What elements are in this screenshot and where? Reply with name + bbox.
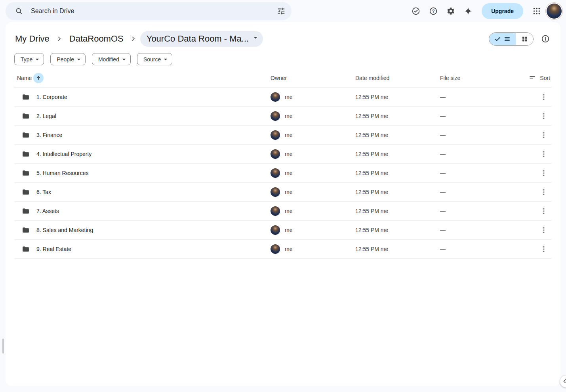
- file-name: 8. Sales and Marketing: [36, 227, 93, 233]
- offline-status-icon[interactable]: [408, 3, 424, 19]
- info-icon[interactable]: [537, 31, 553, 47]
- column-header-name[interactable]: Name: [17, 73, 271, 83]
- column-header-owner[interactable]: Owner: [271, 75, 355, 81]
- file-row[interactable]: 3. Finance me 12:55 PM me —: [14, 126, 552, 145]
- file-name-cell: 3. Finance: [22, 131, 271, 139]
- sort-label: Sort: [540, 75, 550, 81]
- filter-chip-type[interactable]: Type: [14, 53, 44, 65]
- owner-avatar: [271, 168, 280, 178]
- folder-icon: [22, 245, 30, 253]
- file-size: —: [440, 151, 536, 157]
- row-menu-icon[interactable]: [537, 129, 550, 141]
- filter-chip-modified[interactable]: Modified: [92, 53, 131, 65]
- dropdown-caret-icon: [75, 55, 83, 63]
- dropdown-caret-icon: [120, 55, 128, 63]
- list-header: Name Owner Date modified File size Sort: [14, 69, 552, 88]
- owner-cell: me: [271, 130, 355, 140]
- owner-cell: me: [271, 225, 355, 235]
- file-size: —: [440, 113, 536, 119]
- topbar: ? Upgrade: [0, 0, 566, 22]
- search-icon[interactable]: [11, 3, 27, 19]
- chevron-right-icon: [130, 35, 137, 42]
- account-avatar[interactable]: [546, 3, 562, 19]
- owner-avatar: [271, 130, 280, 140]
- file-size: —: [440, 246, 536, 252]
- date-modified: 12:55 PM me: [355, 246, 440, 252]
- scrollbar-thumb[interactable]: [2, 339, 4, 354]
- sort-menu-button[interactable]: Sort: [526, 74, 552, 82]
- row-menu-icon[interactable]: [537, 110, 550, 122]
- file-row[interactable]: 7. Assets me 12:55 PM me —: [14, 202, 552, 221]
- date-modified: 12:55 PM me: [355, 113, 440, 119]
- file-row[interactable]: 4. Intellectual Property me 12:55 PM me …: [14, 145, 552, 164]
- chevron-right-icon: [56, 35, 63, 42]
- file-name: 7. Assets: [36, 208, 59, 214]
- help-icon[interactable]: ?: [425, 3, 441, 19]
- date-modified: 12:55 PM me: [355, 94, 440, 100]
- filter-chip-label: People: [57, 56, 74, 63]
- folder-icon: [22, 226, 30, 234]
- row-menu-icon[interactable]: [537, 91, 550, 103]
- filter-chip-source[interactable]: Source: [137, 53, 172, 65]
- date-modified: 12:55 PM me: [355, 227, 440, 233]
- search-input[interactable]: [30, 7, 270, 15]
- file-row[interactable]: 5. Human Resources me 12:55 PM me —: [14, 164, 552, 183]
- owner-name: me: [285, 151, 292, 157]
- row-menu-icon[interactable]: [537, 205, 550, 217]
- name-header-label: Name: [17, 75, 32, 81]
- owner-cell: me: [271, 206, 355, 216]
- dropdown-caret-icon: [162, 55, 170, 63]
- filter-chip-label: Type: [21, 56, 32, 63]
- svg-text:?: ?: [432, 9, 435, 13]
- owner-cell: me: [271, 187, 355, 197]
- file-size: —: [440, 94, 536, 100]
- file-name-cell: 6. Tax: [22, 188, 271, 196]
- topbar-actions: ? Upgrade: [408, 3, 562, 19]
- upgrade-button[interactable]: Upgrade: [482, 3, 523, 19]
- dropdown-caret-icon: [251, 33, 260, 44]
- list-view-toggle[interactable]: [489, 33, 516, 45]
- file-name-cell: 9. Real Estate: [22, 245, 271, 253]
- gemini-sparkle-icon[interactable]: [460, 3, 476, 19]
- grid-view-toggle[interactable]: [516, 33, 533, 45]
- side-panel-expand-button[interactable]: [560, 375, 566, 388]
- view-toggle: [489, 32, 534, 46]
- file-row[interactable]: 9. Real Estate me 12:55 PM me —: [14, 240, 552, 259]
- file-row[interactable]: 6. Tax me 12:55 PM me —: [14, 183, 552, 202]
- owner-cell: me: [271, 92, 355, 102]
- apps-grid-icon[interactable]: [529, 3, 545, 19]
- row-menu-icon[interactable]: [537, 224, 550, 236]
- file-size: —: [440, 227, 536, 233]
- column-header-size[interactable]: File size: [440, 75, 526, 81]
- sort-ascending-icon[interactable]: [33, 73, 44, 83]
- folder-icon: [22, 169, 30, 177]
- folder-icon: [22, 188, 30, 196]
- file-list: Name Owner Date modified File size Sort …: [14, 69, 552, 259]
- filter-chip-people[interactable]: People: [50, 53, 86, 65]
- file-name: 3. Finance: [36, 132, 62, 138]
- breadcrumb-current-folder[interactable]: YourCo Data Room - Ma...: [140, 31, 263, 47]
- search-bar[interactable]: [6, 2, 292, 20]
- filter-chips: Type People Modified Source: [6, 48, 560, 65]
- row-menu-icon[interactable]: [537, 186, 550, 198]
- file-row[interactable]: 2. Legal me 12:55 PM me —: [14, 107, 552, 126]
- column-header-modified[interactable]: Date modified: [355, 75, 440, 81]
- owner-avatar: [271, 244, 280, 254]
- owner-name: me: [285, 208, 292, 214]
- owner-avatar: [271, 187, 280, 197]
- search-options-icon[interactable]: [273, 3, 289, 19]
- avatar-image: [547, 4, 562, 19]
- row-menu-icon[interactable]: [537, 148, 550, 160]
- row-menu-icon[interactable]: [537, 167, 550, 179]
- file-row[interactable]: 8. Sales and Marketing me 12:55 PM me —: [14, 221, 552, 240]
- file-size: —: [440, 208, 536, 214]
- file-row[interactable]: 1. Corporate me 12:55 PM me —: [14, 88, 552, 107]
- breadcrumb-my-drive[interactable]: My Drive: [12, 32, 53, 46]
- filter-chip-label: Modified: [98, 56, 119, 63]
- view-controls: [489, 31, 553, 47]
- settings-icon[interactable]: [443, 3, 459, 19]
- breadcrumb: My Drive DataRoomOS YourCo Data Room - M…: [12, 31, 263, 47]
- row-menu-icon[interactable]: [537, 243, 550, 255]
- breadcrumb-dataroomos[interactable]: DataRoomOS: [66, 32, 127, 46]
- file-name: 2. Legal: [36, 113, 56, 119]
